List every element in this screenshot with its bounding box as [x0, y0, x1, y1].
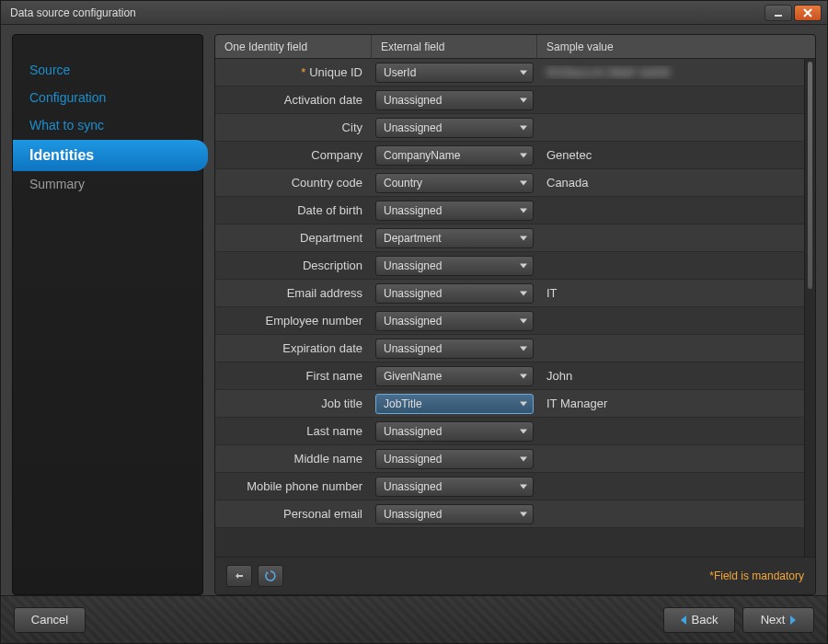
external-field-dropdown[interactable]: CompanyName — [375, 145, 534, 166]
external-field-dropdown[interactable]: Unassigned — [375, 283, 534, 304]
mapping-rows: *Unique IDUserId5f28a1c4-08df-4d09Activa… — [215, 59, 804, 557]
external-field-dropdown[interactable]: Unassigned — [375, 477, 534, 497]
external-field-dropdown[interactable]: Unassigned — [375, 504, 534, 524]
external-field-dropdown[interactable]: Unassigned — [375, 421, 534, 442]
identity-field-label: Email address — [215, 286, 372, 300]
identity-field-label: Description — [215, 259, 372, 272]
minimize-button[interactable] — [765, 5, 792, 21]
close-button[interactable] — [794, 5, 822, 21]
wizard-step-identities[interactable]: Identities — [13, 140, 208, 171]
mapping-row: Middle nameUnassigned — [215, 445, 804, 473]
sample-value: John — [537, 369, 804, 383]
mapping-row: Date of birthUnassigned — [215, 197, 804, 224]
mapping-row: DepartmentDepartment — [215, 224, 804, 252]
wizard-step-configuration[interactable]: Configuration — [13, 85, 202, 112]
columns-header: One Identity field External field Sample… — [215, 35, 815, 59]
mapping-row: Email addressUnassignedIT — [215, 280, 804, 307]
panel-footer: *Field is mandatory — [215, 557, 815, 594]
mapping-row: First nameGivenNameJohn — [215, 362, 804, 390]
refresh-icon — [264, 569, 277, 582]
external-field-dropdown[interactable]: Department — [375, 228, 534, 248]
identity-field-label: Expiration date — [215, 341, 372, 355]
next-button-label: Next — [761, 613, 786, 627]
identity-field-label: Mobile phone number — [215, 479, 372, 493]
external-field-dropdown[interactable]: Unassigned — [375, 339, 534, 359]
column-header-sample-value: Sample value — [537, 35, 802, 58]
sample-value: Canada — [537, 176, 804, 190]
external-field-dropdown[interactable]: Unassigned — [375, 449, 534, 469]
column-header-identity-field: One Identity field — [215, 35, 372, 58]
wizard-step-source[interactable]: Source — [13, 57, 202, 85]
identity-field-label: Job title — [215, 397, 372, 410]
sample-value: 5f28a1c4-08df-4d09 — [537, 65, 804, 79]
cancel-button[interactable]: Cancel — [14, 607, 86, 633]
external-field-dropdown[interactable]: Unassigned — [375, 201, 534, 221]
back-button-label: Back — [692, 613, 719, 627]
mapping-row: Job titleJobTitleIT Manager — [215, 390, 804, 418]
window: Data source configuration SourceConfigur… — [0, 0, 828, 644]
mapping-row: Last nameUnassigned — [215, 418, 804, 445]
mapping-row: Personal emailUnassigned — [215, 500, 804, 528]
window-controls — [765, 5, 822, 21]
mapping-row: CompanyCompanyNameGenetec — [215, 142, 804, 169]
mapping-panel: One Identity field External field Sample… — [214, 34, 816, 595]
dialog-body: SourceConfigurationWhat to syncIdentitie… — [1, 25, 827, 595]
sample-value: IT — [537, 286, 804, 300]
chevron-right-icon — [790, 615, 796, 625]
identity-field-label: City — [215, 121, 372, 134]
external-field-dropdown[interactable]: UserId — [375, 63, 534, 83]
identity-field-label: *Unique ID — [215, 65, 372, 79]
identity-field-label: First name — [215, 369, 372, 383]
identity-field-label: Date of birth — [215, 203, 372, 217]
identity-field-label: Country code — [215, 176, 372, 190]
vertical-scrollbar[interactable] — [804, 59, 815, 557]
hand-icon — [233, 569, 246, 582]
wizard-step-what-to-sync[interactable]: What to sync — [13, 112, 202, 140]
identity-field-label: Last name — [215, 424, 372, 438]
refresh-button[interactable] — [258, 565, 283, 587]
external-field-dropdown[interactable]: Unassigned — [375, 90, 534, 110]
wizard-step-summary[interactable]: Summary — [13, 171, 202, 199]
mapping-row: Mobile phone numberUnassigned — [215, 473, 804, 500]
external-field-dropdown[interactable]: Unassigned — [375, 256, 534, 276]
mapping-row: Expiration dateUnassigned — [215, 335, 804, 362]
sample-value: Genetec — [537, 148, 804, 162]
mapping-row: DescriptionUnassigned — [215, 252, 804, 280]
mapping-row: Country codeCountryCanada — [215, 169, 804, 197]
sample-value: IT Manager — [537, 397, 804, 410]
identity-field-label: Activation date — [215, 93, 372, 107]
wizard-sidebar: SourceConfigurationWhat to syncIdentitie… — [12, 34, 203, 595]
clear-mapping-button[interactable] — [226, 565, 252, 587]
window-title: Data source configuration — [10, 6, 765, 19]
next-button[interactable]: Next — [742, 607, 814, 633]
scrollbar-thumb[interactable] — [807, 61, 813, 290]
external-field-dropdown[interactable]: Unassigned — [375, 118, 534, 138]
mapping-row: Activation dateUnassigned — [215, 86, 804, 114]
external-field-dropdown[interactable]: Unassigned — [375, 311, 534, 331]
identity-field-label: Employee number — [215, 314, 372, 328]
required-asterisk-icon: * — [301, 65, 305, 79]
external-field-dropdown[interactable]: JobTitle — [375, 394, 534, 414]
mapping-row: CityUnassigned — [215, 114, 804, 142]
external-field-dropdown[interactable]: Country — [375, 173, 534, 193]
identity-field-label: Personal email — [215, 507, 372, 521]
cancel-button-label: Cancel — [31, 613, 68, 627]
mandatory-note: *Field is mandatory — [709, 569, 804, 582]
identity-field-label: Department — [215, 231, 372, 245]
mapping-row: *Unique IDUserId5f28a1c4-08df-4d09 — [215, 59, 804, 86]
identity-field-label: Middle name — [215, 452, 372, 466]
identity-field-label: Company — [215, 148, 372, 162]
column-header-external-field: External field — [372, 35, 537, 58]
back-button[interactable]: Back — [663, 607, 735, 633]
external-field-dropdown[interactable]: GivenName — [375, 366, 534, 386]
chevron-left-icon — [681, 615, 686, 625]
mapping-row: Employee numberUnassigned — [215, 307, 804, 335]
wizard-footer: Cancel Back Next — [1, 595, 827, 643]
svg-rect-0 — [775, 15, 782, 17]
titlebar: Data source configuration — [1, 1, 827, 25]
